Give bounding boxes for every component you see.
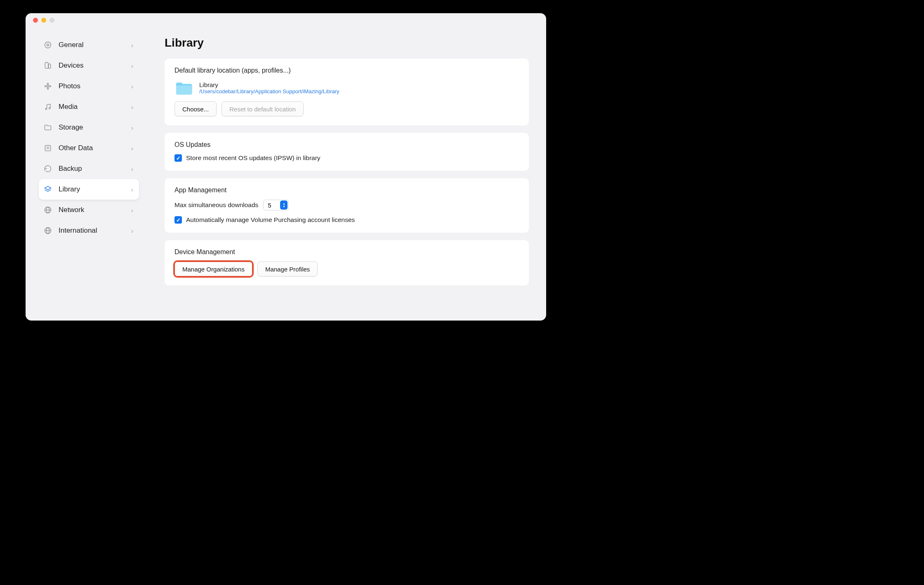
os-updates-card: OS Updates ✓ Store most recent OS update…: [165, 133, 529, 171]
svg-point-5: [47, 83, 48, 85]
manage-organizations-button[interactable]: Manage Organizations: [174, 262, 252, 276]
sidebar-item-label: Network: [59, 206, 131, 214]
layers-icon: [43, 184, 53, 194]
svg-point-9: [45, 108, 47, 109]
sidebar-item-label: Media: [59, 103, 131, 111]
sidebar-item-label: Photos: [59, 82, 131, 90]
max-downloads-stepper[interactable]: 5 ▲▼: [263, 200, 289, 210]
chevron-right-icon: ›: [131, 62, 133, 69]
sidebar-item-label: Backup: [59, 165, 131, 173]
manage-profiles-button[interactable]: Manage Profiles: [257, 262, 318, 276]
app-management-card: App Management Max simultaneous download…: [165, 178, 529, 233]
folder-icon: [174, 80, 193, 96]
svg-rect-11: [45, 145, 50, 151]
store-updates-row[interactable]: ✓ Store most recent OS updates (IPSW) in…: [174, 154, 519, 162]
library-location-card: Default library location (apps, profiles…: [165, 59, 529, 125]
auto-manage-label: Automatically manage Volume Purchasing a…: [186, 216, 355, 224]
titlebar: [26, 13, 546, 27]
sidebar-item-other-data[interactable]: Other Data ›: [39, 138, 139, 158]
chevron-right-icon: ›: [131, 124, 133, 131]
max-downloads-value: 5: [268, 202, 279, 209]
chevron-right-icon: ›: [131, 165, 133, 172]
sidebar-item-backup[interactable]: Backup ›: [39, 158, 139, 179]
window-body: General › Devices › Photos ›: [26, 27, 546, 321]
close-window-icon[interactable]: [33, 18, 38, 23]
devices-icon: [43, 61, 53, 71]
svg-point-8: [50, 85, 51, 87]
minimize-window-icon[interactable]: [41, 18, 46, 23]
os-updates-label: OS Updates: [174, 141, 519, 149]
svg-point-0: [45, 42, 51, 48]
content-pane: Library Default library location (apps, …: [147, 27, 546, 321]
sidebar-item-label: Other Data: [59, 144, 131, 152]
app-management-label: App Management: [174, 186, 519, 194]
sidebar-item-general[interactable]: General ›: [39, 35, 139, 55]
sidebar-item-label: General: [59, 41, 131, 49]
zoom-window-icon[interactable]: [50, 18, 54, 23]
sidebar-item-label: Library: [59, 185, 131, 193]
sidebar-item-label: Devices: [59, 61, 131, 70]
document-icon: [43, 143, 53, 153]
chevron-right-icon: ›: [131, 104, 133, 111]
globe-icon: [43, 226, 53, 236]
chevron-right-icon: ›: [131, 207, 133, 214]
device-management-card: Device Management Manage Organizations M…: [165, 240, 529, 285]
chevron-right-icon: ›: [131, 186, 133, 193]
checkbox-icon[interactable]: ✓: [174, 216, 182, 224]
sidebar-item-library[interactable]: Library ›: [39, 179, 139, 200]
auto-manage-row[interactable]: ✓ Automatically manage Volume Purchasing…: [174, 216, 519, 224]
sidebar-item-storage[interactable]: Storage ›: [39, 117, 139, 138]
device-management-label: Device Management: [174, 248, 519, 256]
max-downloads-label: Max simultaneous downloads: [174, 201, 258, 209]
svg-point-10: [49, 108, 50, 109]
library-folder-row: Library /Users/codebar/Library/Applicati…: [174, 80, 519, 96]
sidebar-item-international[interactable]: International ›: [39, 220, 139, 241]
library-folder-path: /Users/codebar/Library/Application Suppo…: [199, 88, 339, 94]
library-location-label: Default library location (apps, profiles…: [174, 67, 519, 74]
svg-marker-14: [45, 186, 51, 190]
chevron-right-icon: ›: [131, 145, 133, 152]
backup-icon: [43, 164, 53, 174]
stepper-arrows-icon[interactable]: ▲▼: [280, 201, 288, 210]
library-folder-text: Library /Users/codebar/Library/Applicati…: [199, 81, 339, 94]
photos-icon: [43, 81, 53, 91]
reset-location-button[interactable]: Reset to default location: [222, 101, 304, 116]
chevron-right-icon: ›: [131, 42, 133, 49]
gear-icon: [43, 40, 53, 50]
chevron-right-icon: ›: [131, 227, 133, 234]
svg-point-7: [45, 85, 46, 87]
music-icon: [43, 102, 53, 112]
folder-icon: [43, 123, 53, 132]
checkbox-icon[interactable]: ✓: [174, 154, 182, 162]
svg-point-4: [47, 85, 49, 87]
sidebar: General › Devices › Photos ›: [26, 27, 147, 321]
sidebar-item-media[interactable]: Media ›: [39, 97, 139, 117]
sidebar-item-network[interactable]: Network ›: [39, 200, 139, 220]
chevron-right-icon: ›: [131, 83, 133, 90]
svg-point-6: [47, 88, 48, 89]
preferences-window: General › Devices › Photos ›: [26, 13, 546, 321]
library-folder-name: Library: [199, 81, 339, 88]
sidebar-item-devices[interactable]: Devices ›: [39, 55, 139, 76]
globe-icon: [43, 205, 53, 215]
svg-rect-3: [49, 64, 51, 68]
svg-rect-2: [45, 63, 48, 68]
sidebar-item-photos[interactable]: Photos ›: [39, 76, 139, 97]
svg-point-1: [47, 44, 49, 46]
page-title: Library: [165, 36, 529, 50]
sidebar-item-label: Storage: [59, 123, 131, 132]
choose-button[interactable]: Choose...: [174, 101, 217, 116]
store-updates-label: Store most recent OS updates (IPSW) in l…: [186, 154, 321, 162]
sidebar-item-label: International: [59, 226, 131, 235]
